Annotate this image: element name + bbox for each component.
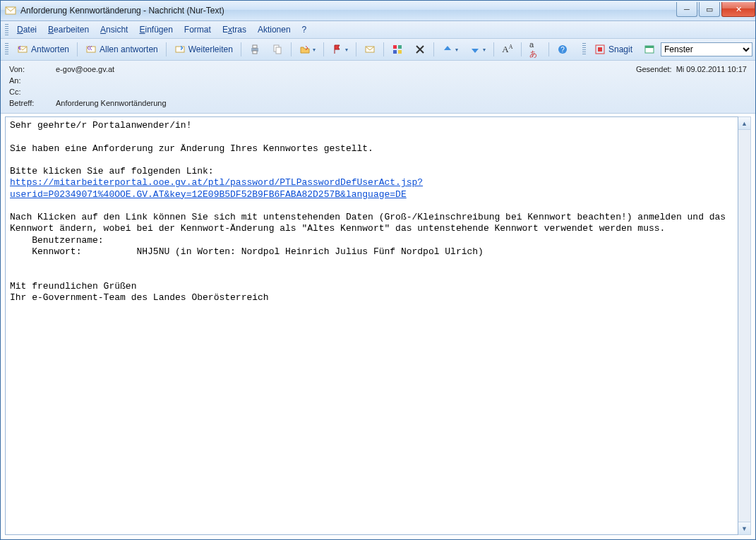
close-button[interactable]: ✕ (721, 2, 755, 17)
arrow-up-icon (442, 44, 453, 55)
maximize-button[interactable]: ▭ (699, 2, 720, 17)
window-icon (644, 44, 655, 55)
forward-icon (174, 44, 186, 55)
categorize-icon (392, 44, 403, 55)
to-value (56, 76, 625, 85)
message-body[interactable]: Sehr geehrte/r Portalanwender/in! Sie ha… (5, 116, 738, 535)
folder-move-icon (299, 44, 311, 55)
separator (166, 42, 167, 56)
flag-button[interactable]: ▾ (327, 41, 353, 58)
separator (291, 42, 292, 56)
copy-icon (272, 44, 283, 55)
dropdown-icon: ▾ (345, 47, 348, 53)
svg-rect-17 (598, 47, 602, 52)
previous-button[interactable]: ▾ (437, 41, 463, 58)
delete-button[interactable] (409, 41, 431, 58)
reply-all-button[interactable]: Allen antworten (80, 41, 163, 58)
menu-actions[interactable]: Aktionen (252, 23, 296, 37)
svg-text:?: ? (560, 46, 565, 54)
svg-rect-6 (253, 51, 257, 54)
menu-extras[interactable]: Extras (217, 23, 252, 37)
flag-icon (332, 44, 343, 55)
from-label: Von: (9, 65, 52, 73)
snagit-scope-select[interactable]: Fenster (661, 42, 752, 56)
separator (433, 42, 434, 56)
separator (77, 42, 78, 56)
print-button[interactable] (244, 41, 265, 58)
scrollbar[interactable]: ▲ ▼ (738, 116, 751, 535)
reply-all-icon (85, 44, 97, 55)
svg-rect-11 (398, 45, 402, 49)
svg-rect-19 (645, 46, 654, 48)
translate-icon: aあ (529, 44, 541, 55)
envelope-icon (364, 44, 376, 55)
snagit-button[interactable]: Snagit (589, 41, 637, 58)
menu-help[interactable]: ? (296, 23, 313, 37)
arrow-down-icon (469, 44, 481, 55)
menu-insert[interactable]: Einfügen (133, 23, 178, 37)
sent-value: Mi 09.02.2011 10:17 (676, 65, 747, 73)
window-controls: ─ ▭ ✕ (675, 2, 755, 16)
minimize-button[interactable]: ─ (676, 2, 697, 17)
scroll-track[interactable] (738, 130, 750, 522)
menu-format[interactable]: Format (179, 23, 217, 37)
svg-rect-12 (393, 50, 397, 54)
cc-value (56, 88, 625, 96)
reply-all-label: Allen antworten (100, 44, 158, 54)
forward-label: Weiterleiten (188, 44, 233, 54)
print-icon (249, 44, 260, 55)
separator (241, 42, 241, 56)
reply-label: Antworten (31, 44, 69, 54)
move-to-folder-button[interactable]: ▾ (294, 41, 320, 58)
mark-unread-button[interactable] (359, 41, 380, 58)
help-button[interactable]: ? (552, 41, 573, 58)
snagit-icon (594, 44, 606, 55)
snagit-window-button[interactable] (639, 41, 660, 58)
menu-file[interactable]: Datei (11, 23, 42, 37)
scroll-up-button[interactable]: ▲ (738, 117, 750, 130)
mail-icon (5, 5, 16, 16)
categorize-button[interactable] (387, 41, 408, 58)
separator (548, 42, 549, 56)
sent-label: Gesendet: (630, 65, 672, 73)
message-headers: Von: e-gov@ooe.gv.at Gesendet: Mi 09.02.… (1, 61, 755, 114)
snagit-label: Snagit (608, 44, 632, 54)
window-title: Anforderung Kennwortänderung - Nachricht… (20, 6, 675, 16)
font-size-icon: AA (502, 44, 513, 55)
from-value: e-gov@ooe.gv.at (56, 65, 625, 73)
font-size-button[interactable]: AA (497, 41, 518, 58)
toolbar: Antworten Allen antworten Weiterleiten ▾… (1, 39, 755, 61)
reply-button[interactable]: Antworten (12, 41, 74, 58)
dropdown-icon: ▾ (483, 47, 486, 53)
to-label: An: (9, 76, 52, 85)
cc-label: Cc: (9, 88, 52, 96)
grip-icon (5, 24, 8, 35)
grip-icon (582, 43, 586, 56)
menubar: Datei Bearbeiten Ansicht Einfügen Format… (1, 21, 755, 39)
help-icon: ? (557, 44, 568, 55)
snagit-scope-selector[interactable]: Fenster (661, 42, 752, 57)
forward-button[interactable]: Weiterleiten (169, 41, 238, 58)
subject-label: Betreff: (9, 99, 52, 107)
scroll-down-button[interactable]: ▼ (738, 522, 750, 534)
password-link[interactable]: https://mitarbeiterportal.ooe.gv.at/ptl/… (10, 177, 423, 199)
titlebar: Anforderung Kennwortänderung - Nachricht… (1, 1, 755, 21)
subject-value: Anforderung Kennwortänderung (56, 99, 625, 107)
separator (493, 42, 494, 56)
dropdown-icon: ▾ (455, 47, 458, 53)
svg-rect-5 (253, 45, 257, 48)
copy-button[interactable] (267, 41, 288, 58)
message-body-container: Sehr geehrte/r Portalanwender/in! Sie ha… (5, 116, 751, 535)
separator (521, 42, 522, 56)
next-button[interactable]: ▾ (464, 41, 491, 58)
separator (356, 42, 356, 56)
svg-rect-3 (176, 47, 184, 52)
menu-view[interactable]: Ansicht (95, 23, 133, 37)
menu-edit[interactable]: Bearbeiten (42, 23, 95, 37)
svg-rect-13 (398, 50, 402, 54)
separator (323, 42, 324, 56)
translate-button[interactable]: aあ (524, 41, 546, 58)
delete-icon (414, 44, 426, 55)
grip-icon (5, 43, 8, 56)
svg-rect-10 (393, 45, 397, 49)
